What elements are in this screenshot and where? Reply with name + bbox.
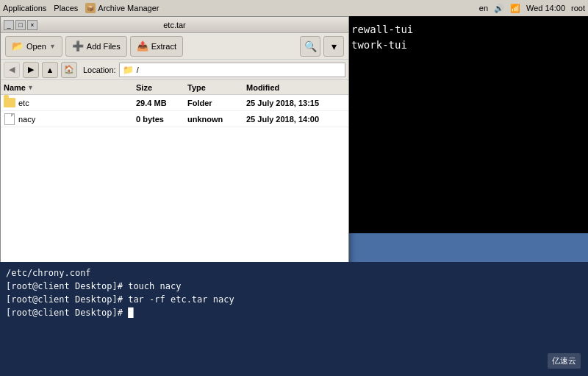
col-name-header[interactable]: Name ▼ xyxy=(4,83,136,92)
terminal-bottom: /etc/chrony.conf [root@client Desktop]# … xyxy=(0,262,588,376)
topbar-right: en 🔊 📶 Wed 14:00 root xyxy=(479,4,585,13)
archive-manager-menu[interactable]: 📦 Archive Manager xyxy=(85,3,159,13)
close-button[interactable]: × xyxy=(27,20,37,30)
window-title: etc.tar xyxy=(37,21,312,29)
forward-button[interactable]: ▶ xyxy=(23,62,39,78)
file-modified-cell: 25 July 2018, 14:00 xyxy=(246,115,345,124)
file-size-cell: 0 bytes xyxy=(136,115,187,124)
extract-icon: 📤 xyxy=(137,40,148,52)
file-icon xyxy=(4,113,15,125)
open-button[interactable]: 📂 Open ▼ xyxy=(5,36,62,57)
system-topbar: Applications Places 📦 Archive Manager en… xyxy=(0,0,588,16)
location-bar: ◀ ▶ ▲ 🏠 Location: 📁 / xyxy=(1,60,348,80)
up-button[interactable]: ▲ xyxy=(42,62,58,78)
file-name-cell: etc xyxy=(4,97,136,109)
table-row[interactable]: etc 29.4 MB Folder 25 July 2018, 13:15 xyxy=(1,95,348,111)
archive-titlebar: _ □ × etc.tar xyxy=(1,17,348,33)
col-modified-header[interactable]: Modified xyxy=(246,83,345,92)
extract-button[interactable]: 📤 Extract xyxy=(130,36,183,57)
col-type-header[interactable]: Type xyxy=(187,83,246,92)
home-button[interactable]: 🏠 xyxy=(61,62,77,78)
location-path: / xyxy=(137,65,139,74)
archive-toolbar: 📂 Open ▼ ➕ Add Files 📤 Extract 🔍 ▾ xyxy=(1,33,348,60)
file-modified-cell: 25 July 2018, 13:15 xyxy=(246,99,345,107)
sort-arrow: ▼ xyxy=(27,84,34,91)
terminal-bottom-content: /etc/chrony.conf [root@client Desktop]# … xyxy=(0,262,588,376)
location-label: Location: xyxy=(83,65,116,74)
topbar-left: Applications Places 📦 Archive Manager xyxy=(3,3,472,13)
open-icon: 📂 xyxy=(12,40,24,52)
watermark: 亿速云 xyxy=(548,353,581,369)
minimize-button[interactable]: _ xyxy=(4,20,14,30)
user-label: root xyxy=(571,4,585,13)
locale-indicator: en xyxy=(479,4,488,13)
terminal-bottom-line-1: /etc/chrony.conf xyxy=(6,266,582,280)
terminal-line-1: rewall-tui xyxy=(351,22,582,38)
terminal-background-content: rewall-tui twork-tui xyxy=(345,16,588,59)
folder-icon xyxy=(4,97,15,109)
toolbar-menu-button[interactable]: ▾ xyxy=(323,36,344,57)
clock: Wed 14:00 xyxy=(526,4,565,13)
file-type-cell: unknown xyxy=(187,115,246,124)
add-files-button[interactable]: ➕ Add Files xyxy=(65,36,127,57)
audio-icon: 🔊 xyxy=(494,4,504,13)
terminal-bottom-line-4: [root@client Desktop]# █ xyxy=(6,306,582,319)
terminal-line-2: twork-tui xyxy=(351,38,582,53)
col-size-header[interactable]: Size xyxy=(136,83,187,92)
maximize-button[interactable]: □ xyxy=(15,20,26,30)
open-dropdown-arrow[interactable]: ▼ xyxy=(49,43,56,50)
location-folder-icon: 📁 xyxy=(123,65,134,75)
terminal-bottom-line-3: [root@client Desktop]# tar -rf etc.tar n… xyxy=(6,293,582,306)
back-button[interactable]: ◀ xyxy=(4,62,20,78)
location-input[interactable]: 📁 / xyxy=(119,63,345,77)
search-button[interactable]: 🔍 xyxy=(300,36,320,57)
file-name-cell: nacy xyxy=(4,113,136,125)
terminal-bottom-line-2: [root@client Desktop]# touch nacy xyxy=(6,280,582,293)
archive-manager-icon: 📦 xyxy=(85,3,96,13)
add-files-icon: ➕ xyxy=(72,40,84,52)
file-type-cell: Folder xyxy=(187,99,246,107)
terminal-background: rewall-tui twork-tui xyxy=(345,16,588,233)
applications-menu[interactable]: Applications xyxy=(3,4,46,13)
file-size-cell: 29.4 MB xyxy=(136,99,187,107)
search-icon: 🔍 xyxy=(304,40,317,52)
file-headers: Name ▼ Size Type Modified xyxy=(1,80,348,95)
network-icon: 📶 xyxy=(510,4,520,13)
window-controls: _ □ × xyxy=(4,20,37,30)
table-row[interactable]: nacy 0 bytes unknown 25 July 2018, 14:00 xyxy=(1,111,348,127)
places-menu[interactable]: Places xyxy=(54,4,78,13)
menu-arrow-icon: ▾ xyxy=(331,40,337,52)
